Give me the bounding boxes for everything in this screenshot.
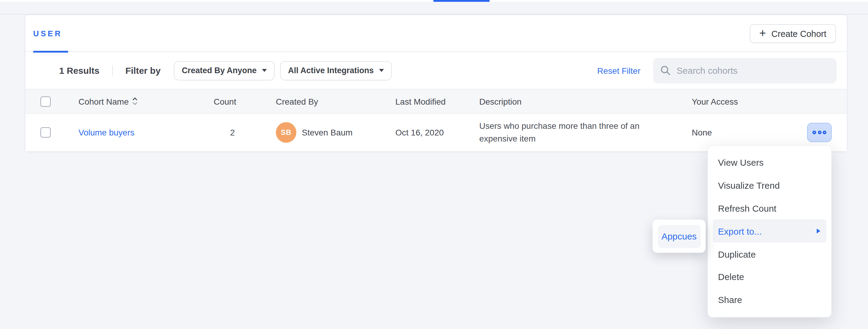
ellipsis-icon bbox=[823, 131, 826, 134]
select-all-checkbox[interactable] bbox=[40, 96, 51, 106]
reset-filter-link[interactable]: Reset Filter bbox=[597, 65, 641, 75]
row-actions-button[interactable] bbox=[807, 123, 832, 142]
active-nav-indicator bbox=[433, 0, 490, 1]
submenu-arrow-icon bbox=[817, 229, 820, 234]
filter-by-label: Filter by bbox=[125, 65, 161, 76]
export-submenu: Appcues bbox=[652, 220, 706, 253]
create-cohort-button[interactable]: + Create Cohort bbox=[750, 24, 836, 43]
search-box bbox=[653, 58, 837, 83]
menu-item-view-users[interactable]: View Users bbox=[713, 151, 826, 174]
integrations-dropdown[interactable]: All Active Integrations bbox=[280, 61, 392, 80]
created-by-dropdown[interactable]: Created By Anyone bbox=[174, 61, 275, 80]
menu-item-share[interactable]: Share bbox=[713, 289, 826, 311]
tab-user-label: USER bbox=[33, 29, 62, 38]
chevron-down-icon bbox=[379, 69, 384, 72]
row-checkbox[interactable] bbox=[40, 127, 51, 138]
table-header-row: Cohort Name Count Created By Last Modifi… bbox=[25, 89, 847, 114]
col-header-last-modified: Last Modified bbox=[395, 97, 446, 106]
creator-name: Steven Baum bbox=[302, 128, 352, 137]
sort-icon[interactable] bbox=[132, 97, 138, 106]
page: USER + Create Cohort 1 Results Filter by… bbox=[0, 0, 868, 329]
context-menu: View Users Visualize Trend Refresh Count… bbox=[707, 145, 832, 317]
menu-item-refresh-count[interactable]: Refresh Count bbox=[713, 197, 826, 220]
cohorts-panel: USER + Create Cohort 1 Results Filter by… bbox=[25, 15, 847, 152]
cohort-count: 2 bbox=[214, 128, 235, 137]
results-count: 1 Results bbox=[59, 65, 99, 76]
plus-icon: + bbox=[760, 27, 766, 39]
search-icon bbox=[660, 65, 671, 76]
menu-item-visualize-trend[interactable]: Visualize Trend bbox=[713, 174, 826, 197]
col-header-description: Description bbox=[479, 97, 522, 106]
col-header-created-by: Created By bbox=[276, 97, 318, 106]
chevron-down-icon bbox=[262, 69, 267, 72]
divider bbox=[112, 65, 113, 76]
filter-right-group: Reset Filter bbox=[597, 58, 837, 83]
ellipsis-icon bbox=[812, 131, 816, 134]
menu-item-duplicate[interactable]: Duplicate bbox=[713, 243, 826, 266]
top-strip bbox=[0, 0, 868, 1]
col-header-your-access: Your Access bbox=[692, 97, 738, 106]
search-input[interactable] bbox=[677, 65, 829, 76]
tab-bar: USER + Create Cohort bbox=[25, 15, 847, 52]
col-header-count: Count bbox=[214, 97, 241, 106]
your-access-value: None bbox=[692, 128, 712, 137]
menu-item-delete[interactable]: Delete bbox=[713, 266, 826, 289]
filter-bar: 1 Results Filter by Created By Anyone Al… bbox=[25, 52, 847, 89]
cohort-name-link[interactable]: Volume buyers bbox=[79, 128, 134, 137]
cohort-description: Users who purchase more than three of an… bbox=[479, 120, 660, 145]
avatar: SB bbox=[276, 122, 297, 143]
ellipsis-icon bbox=[817, 131, 821, 134]
menu-item-export-to[interactable]: Export to... bbox=[713, 220, 826, 243]
create-cohort-label: Create Cohort bbox=[771, 29, 826, 38]
col-header-cohort-name: Cohort Name bbox=[79, 97, 129, 106]
last-modified-date: Oct 16, 2020 bbox=[395, 128, 444, 137]
integrations-dropdown-value: All Active Integrations bbox=[288, 66, 374, 75]
submenu-item-appcues[interactable]: Appcues bbox=[658, 225, 701, 248]
tab-user[interactable]: USER bbox=[33, 15, 62, 52]
created-by-dropdown-value: Created By Anyone bbox=[182, 66, 256, 75]
